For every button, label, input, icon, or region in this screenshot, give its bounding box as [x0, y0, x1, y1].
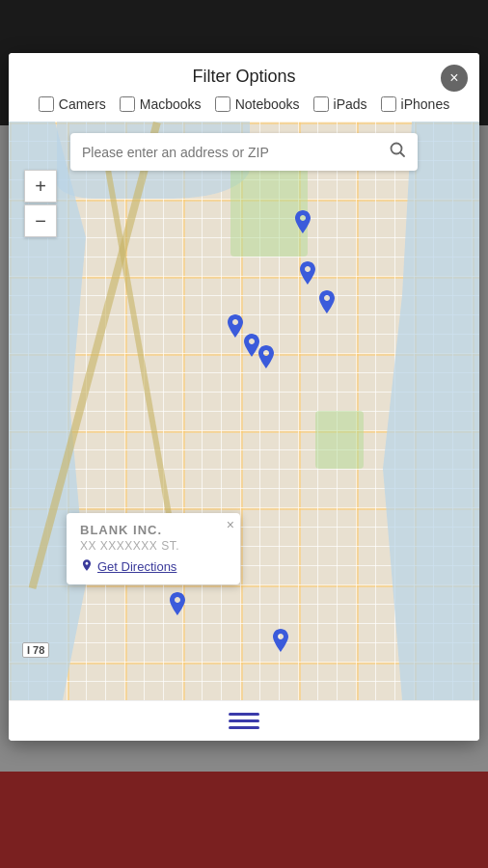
filter-ipads-label: iPads	[334, 96, 367, 112]
popup-close-button[interactable]: ×	[227, 517, 234, 532]
hamburger-line-2	[229, 719, 259, 722]
map-pin-7[interactable]	[166, 592, 189, 623]
map-pin-6[interactable]	[255, 345, 278, 376]
hamburger-line-1	[229, 713, 259, 716]
filter-checkboxes: Camers Macbooks Notebooks iPads iPhones	[24, 96, 464, 112]
checkbox-ipads[interactable]	[313, 96, 329, 112]
filter-camers-label: Camers	[59, 96, 106, 112]
zoom-out-button[interactable]: −	[24, 204, 57, 237]
modal-overlay: × Filter Options Camers Macbooks Noteboo…	[0, 0, 488, 868]
checkbox-notebooks[interactable]	[215, 96, 230, 112]
water-right	[383, 122, 479, 700]
filter-notebooks[interactable]: Notebooks	[215, 96, 300, 112]
diagonal-road-2	[105, 169, 177, 550]
filter-title: Filter Options	[24, 67, 464, 87]
close-button[interactable]: ×	[439, 63, 470, 94]
map-pin-1[interactable]	[291, 210, 314, 241]
location-icon	[80, 558, 94, 575]
zoom-controls: + −	[24, 170, 57, 237]
checkbox-camers[interactable]	[39, 96, 54, 112]
checkbox-iphones[interactable]	[381, 96, 396, 112]
zoom-in-button[interactable]: +	[24, 170, 57, 203]
map-popup: × BLANK INC. XX XXXXXXX ST. Get Directio…	[67, 513, 240, 584]
search-bar	[70, 133, 418, 171]
map-pin-2[interactable]	[296, 261, 319, 292]
search-input[interactable]	[82, 145, 389, 160]
get-directions-link[interactable]: Get Directions	[80, 558, 227, 575]
map-pin-8[interactable]	[269, 629, 292, 660]
modal: × Filter Options Camers Macbooks Noteboo…	[9, 53, 479, 741]
popup-store-address: XX XXXXXXX ST.	[80, 539, 227, 553]
filter-camers[interactable]: Camers	[39, 96, 106, 112]
filter-ipads[interactable]: iPads	[313, 96, 367, 112]
filter-macbooks-label: Macbooks	[140, 96, 202, 112]
search-icon	[389, 141, 406, 163]
filter-iphones-label: iPhones	[401, 96, 450, 112]
filter-header: Filter Options Camers Macbooks Notebooks…	[9, 53, 479, 122]
map-background	[9, 122, 479, 700]
svg-point-0	[392, 144, 402, 154]
hamburger-menu-button[interactable]	[229, 713, 259, 729]
get-directions-label: Get Directions	[97, 559, 176, 574]
bottom-bar	[9, 700, 479, 741]
highway-label-i78: I 78	[22, 642, 49, 658]
map-pin-3[interactable]	[315, 290, 339, 321]
checkbox-macbooks[interactable]	[120, 96, 135, 112]
hamburger-line-3	[229, 726, 259, 729]
map-container[interactable]: + −	[9, 122, 479, 700]
filter-iphones[interactable]: iPhones	[381, 96, 450, 112]
popup-store-name: BLANK INC.	[80, 523, 227, 537]
park-2	[315, 411, 364, 469]
filter-macbooks[interactable]: Macbooks	[120, 96, 202, 112]
filter-notebooks-label: Notebooks	[235, 96, 300, 112]
svg-line-1	[401, 153, 405, 157]
